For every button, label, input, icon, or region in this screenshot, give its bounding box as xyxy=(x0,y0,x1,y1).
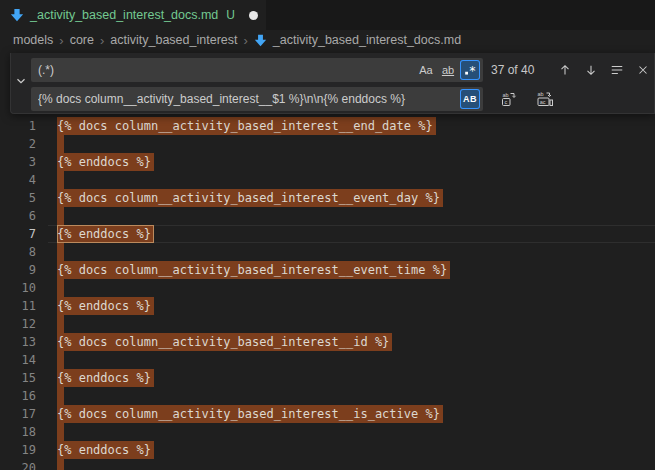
line-number[interactable]: 16 xyxy=(0,387,36,405)
replace-icon[interactable]: ab c xyxy=(499,89,519,109)
line-number[interactable]: 4 xyxy=(0,171,36,189)
replace-input[interactable]: {% docs column__activity_based_interest_… xyxy=(31,87,483,111)
code-line[interactable]: 10 xyxy=(0,279,655,297)
line-content[interactable] xyxy=(57,315,64,333)
code-line[interactable]: 12 xyxy=(0,315,655,333)
line-number[interactable]: 18 xyxy=(0,423,36,441)
line-content[interactable]: {% enddocs %} xyxy=(57,153,154,171)
line-number[interactable]: 14 xyxy=(0,351,36,369)
find-match-highlight xyxy=(57,315,64,333)
find-match-highlight: {% enddocs %} xyxy=(57,297,154,315)
unsaved-dot-icon[interactable] xyxy=(249,11,258,20)
line-number[interactable]: 9 xyxy=(0,261,36,279)
regex-button[interactable]: * xyxy=(460,60,480,80)
code-line[interactable]: 15{% enddocs %} xyxy=(0,369,655,387)
line-number[interactable]: 17 xyxy=(0,405,36,423)
line-number[interactable]: 13 xyxy=(0,333,36,351)
code-line[interactable]: 2 xyxy=(0,135,655,153)
code-line[interactable]: 18 xyxy=(0,423,655,441)
line-content[interactable] xyxy=(57,459,64,470)
line-number[interactable]: 5 xyxy=(0,189,36,207)
line-content[interactable]: {% enddocs %} xyxy=(57,369,154,387)
replace-row: {% docs column__activity_based_interest_… xyxy=(31,87,654,111)
find-match-highlight xyxy=(57,387,64,405)
line-content[interactable]: {% docs column__activity_based_interest_… xyxy=(57,261,450,279)
line-content[interactable] xyxy=(57,351,64,369)
line-content[interactable] xyxy=(57,243,64,261)
line-content[interactable]: {% docs column__activity_based_interest_… xyxy=(57,117,436,135)
line-content[interactable] xyxy=(57,135,64,153)
tab-bar: _activity_based_interest_docs.md U xyxy=(0,0,655,30)
replace-all-icon[interactable]: ab ac xyxy=(535,89,555,109)
line-number[interactable]: 19 xyxy=(0,441,36,459)
markdown-file-icon xyxy=(254,34,267,47)
line-content[interactable]: {% enddocs %} xyxy=(57,297,154,315)
svg-text:*: * xyxy=(469,64,476,77)
find-match-highlight xyxy=(57,351,64,369)
markdown-file-icon xyxy=(10,8,24,22)
code-line[interactable]: 20 xyxy=(0,459,655,470)
line-content[interactable]: {% docs column__activity_based_interest_… xyxy=(57,405,443,423)
line-content[interactable] xyxy=(57,423,64,441)
code-line[interactable]: 16 xyxy=(0,387,655,405)
previous-match-button[interactable] xyxy=(555,60,575,80)
line-number[interactable]: 7 xyxy=(0,225,36,243)
find-match-highlight: {% docs column__activity_based_interest_… xyxy=(57,405,443,423)
breadcrumb-item-file[interactable]: _activity_based_interest_docs.md xyxy=(273,33,461,47)
breadcrumb-item-models[interactable]: models xyxy=(13,33,53,47)
preserve-case-button[interactable]: AB xyxy=(460,89,480,109)
tab-active-file[interactable]: _activity_based_interest_docs.md U xyxy=(0,0,266,30)
code-line[interactable]: 5{% docs column__activity_based_interest… xyxy=(0,189,655,207)
find-in-selection-button[interactable] xyxy=(607,60,627,80)
line-number[interactable]: 12 xyxy=(0,315,36,333)
line-number[interactable]: 15 xyxy=(0,369,36,387)
code-line[interactable]: 1{% docs column__activity_based_interest… xyxy=(0,117,655,135)
svg-text:ac: ac xyxy=(540,99,546,105)
find-match-highlight xyxy=(57,171,64,189)
line-number[interactable]: 3 xyxy=(0,153,36,171)
match-case-button[interactable]: Aa xyxy=(416,60,436,80)
line-content[interactable]: {% enddocs %} xyxy=(57,441,154,459)
line-number[interactable]: 6 xyxy=(0,207,36,225)
vscode-window: _activity_based_interest_docs.md U model… xyxy=(0,0,655,470)
line-content[interactable] xyxy=(57,171,64,189)
next-match-button[interactable] xyxy=(581,60,601,80)
line-content[interactable] xyxy=(57,207,64,225)
code-line[interactable]: 8 xyxy=(0,243,655,261)
toggle-replace-button[interactable] xyxy=(11,53,31,113)
code-line[interactable]: 14 xyxy=(0,351,655,369)
find-match-highlight: {% docs column__activity_based_interest_… xyxy=(57,189,443,207)
close-icon[interactable] xyxy=(633,60,653,80)
code-line[interactable]: 11{% enddocs %} xyxy=(0,297,655,315)
line-number[interactable]: 8 xyxy=(0,243,36,261)
find-match-highlight xyxy=(57,135,64,153)
breadcrumb-item-folder[interactable]: activity_based_interest xyxy=(110,33,237,47)
whole-word-button[interactable]: ab xyxy=(438,60,458,80)
line-content[interactable]: {% docs column__activity_based_interest_… xyxy=(57,333,392,351)
line-number[interactable]: 11 xyxy=(0,297,36,315)
code-line[interactable]: 7{% enddocs %} xyxy=(0,225,655,243)
code-line[interactable]: 9{% docs column__activity_based_interest… xyxy=(0,261,655,279)
line-number[interactable]: 10 xyxy=(0,279,36,297)
find-match-highlight xyxy=(57,459,64,470)
svg-text:ab: ab xyxy=(503,92,509,98)
find-input[interactable]: (.*) Aa ab * xyxy=(31,58,483,82)
line-content[interactable]: {% enddocs %} xyxy=(57,225,154,243)
line-number[interactable]: 20 xyxy=(0,459,36,470)
code-line[interactable]: 3{% enddocs %} xyxy=(0,153,655,171)
code-line[interactable]: 6 xyxy=(0,207,655,225)
chevron-down-icon xyxy=(14,74,28,92)
line-content[interactable] xyxy=(57,279,64,297)
code-lines: 1{% docs column__activity_based_interest… xyxy=(0,117,655,470)
line-content[interactable]: {% docs column__activity_based_interest_… xyxy=(57,189,443,207)
code-line[interactable]: 17{% docs column__activity_based_interes… xyxy=(0,405,655,423)
code-line[interactable]: 19{% enddocs %} xyxy=(0,441,655,459)
find-match-highlight xyxy=(57,243,64,261)
code-line[interactable]: 4 xyxy=(0,171,655,189)
line-number[interactable]: 2 xyxy=(0,135,36,153)
line-number[interactable]: 1 xyxy=(0,117,36,135)
breadcrumb-item-core[interactable]: core xyxy=(70,33,94,47)
code-line[interactable]: 13{% docs column__activity_based_interes… xyxy=(0,333,655,351)
find-match-highlight: {% docs column__activity_based_interest_… xyxy=(57,117,436,135)
line-content[interactable] xyxy=(57,387,64,405)
